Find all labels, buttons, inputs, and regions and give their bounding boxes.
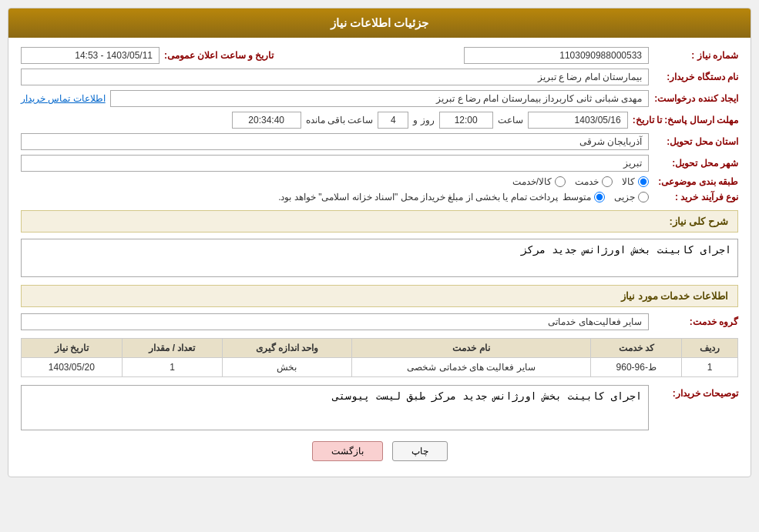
services-section-header: اطلاعات خدمات مورد نیاز <box>21 285 738 307</box>
created-by-label: ایجاد کننده درخواست: <box>653 93 738 104</box>
service-group-value: سایر فعالیت‌های خدماتی <box>21 313 649 330</box>
category-option-goods-label: کالا <box>622 176 635 187</box>
response-deadline-label: مهلت ارسال پاسخ: تا تاریخ: <box>633 115 738 125</box>
category-radio-both[interactable] <box>555 176 566 187</box>
category-option-goods[interactable]: کالا <box>622 176 649 187</box>
province-label: استان محل تحویل: <box>653 136 738 147</box>
back-button[interactable]: بازگشت <box>312 441 383 461</box>
response-remaining-label: ساعت باقی مانده <box>306 115 374 125</box>
services-table: ردیف کد خدمت نام خدمت واحد اندازه گیری ت… <box>21 338 738 377</box>
buyer-name-label: نام دستگاه خریدار: <box>653 72 738 82</box>
contact-link[interactable]: اطلاعات تماس خریدار <box>21 93 106 104</box>
category-option-service[interactable]: خدمت <box>575 176 613 187</box>
col-code: کد خدمت <box>591 339 682 358</box>
category-option-both-label: کالا/خدمت <box>512 176 552 187</box>
col-name: نام خدمت <box>351 339 591 358</box>
response-time-value: 12:00 <box>439 112 493 129</box>
col-row: ردیف <box>682 339 738 358</box>
response-date-value: 1403/05/16 <box>528 112 628 129</box>
publish-date-label: تاریخ و ساعت اعلان عمومی: <box>164 50 274 61</box>
row-unit: بخش <box>223 358 351 377</box>
row-quantity: 1 <box>122 358 223 377</box>
col-quantity: تعداد / مقدار <box>122 339 223 358</box>
page-title: جزئیات اطلاعات نیاز <box>8 8 751 38</box>
created-by-value: مهدی شبانی ثانی کاربرداز بیمارستان امام … <box>110 90 649 107</box>
buyer-desc-textarea[interactable] <box>21 385 649 430</box>
response-days-label: روز و <box>413 115 434 125</box>
need-number-value: 1103090988000533 <box>464 47 649 64</box>
process-radio-partial[interactable] <box>638 192 649 202</box>
category-radio-service[interactable] <box>602 176 613 187</box>
row-number: 1 <box>682 358 738 377</box>
city-label: شهر محل تحویل: <box>653 158 738 169</box>
table-row: 1 ط-96-960 سایر فعالیت های خدماتی شخصی ب… <box>22 358 738 377</box>
process-radio-medium[interactable] <box>594 192 605 202</box>
category-radio-goods[interactable] <box>638 176 649 187</box>
category-option-both[interactable]: کالا/خدمت <box>512 176 566 187</box>
process-radio-group: جزیی متوسط <box>563 192 649 202</box>
response-time-label: ساعت <box>498 115 523 125</box>
service-group-label: گروه خدمت: <box>653 316 738 327</box>
process-label: نوع فرآیند خرید : <box>653 192 738 202</box>
need-summary-section-header: شرح کلی نیاز: <box>21 210 738 233</box>
services-table-section: ردیف کد خدمت نام خدمت واحد اندازه گیری ت… <box>21 338 738 377</box>
row-name: سایر فعالیت های خدماتی شخصی <box>351 358 591 377</box>
process-option-partial-label: جزیی <box>614 192 635 202</box>
col-date: تاریخ نیاز <box>22 339 123 358</box>
response-days-value: 4 <box>378 112 408 129</box>
buyer-name-value: بیمارستان امام رضا ع تبریز <box>21 69 649 85</box>
row-code: ط-96-960 <box>591 358 682 377</box>
category-label: طبقه بندی موضوعی: <box>653 176 738 187</box>
row-date: 1403/05/20 <box>22 358 123 377</box>
print-button[interactable]: چاپ <box>392 441 448 461</box>
process-option-partial[interactable]: جزیی <box>614 192 649 202</box>
buyer-desc-label: توصیحات خریدار: <box>653 385 738 399</box>
need-summary-textarea[interactable] <box>21 239 738 277</box>
process-option-medium-label: متوسط <box>563 192 591 202</box>
footer-buttons: چاپ بازگشت <box>21 441 738 461</box>
process-option-medium[interactable]: متوسط <box>563 192 605 202</box>
need-number-label: شماره نیاز : <box>653 50 738 61</box>
city-value: تبریز <box>21 155 649 172</box>
category-radio-group: کالا خدمت کالا/خدمت <box>512 176 649 187</box>
process-note: پرداخت تمام یا بخشی از مبلغ خریداز محل "… <box>21 192 558 202</box>
category-option-service-label: خدمت <box>575 176 599 187</box>
province-value: آذربایجان شرقی <box>21 133 649 150</box>
publish-date-value: 1403/05/11 - 14:53 <box>21 47 160 64</box>
response-remaining-value: 20:34:40 <box>232 112 301 129</box>
col-unit: واحد اندازه گیری <box>223 339 351 358</box>
